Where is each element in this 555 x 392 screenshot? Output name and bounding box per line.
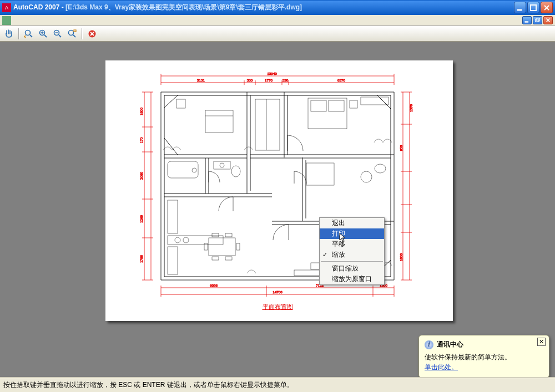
svg-text:1700: 1700	[139, 255, 144, 263]
svg-point-116	[183, 237, 189, 243]
zoom-out-tool[interactable]	[51, 27, 64, 40]
svg-line-19	[73, 35, 75, 37]
svg-rect-1	[531, 5, 536, 11]
notification-link[interactable]: 单击此处。	[425, 363, 458, 371]
svg-line-10	[30, 35, 32, 37]
svg-rect-117	[168, 247, 178, 274]
svg-rect-124	[236, 243, 240, 250]
check-icon: ✓	[322, 251, 327, 258]
notification-body: 使软件保持最新的简单方法。 单击此处。	[425, 352, 543, 372]
pan-tool[interactable]	[2, 27, 16, 40]
child-close-button[interactable]	[543, 16, 553, 24]
svg-point-112	[231, 166, 240, 177]
svg-rect-102	[306, 163, 334, 185]
zoom-previous-tool[interactable]	[22, 27, 36, 40]
svg-point-9	[26, 30, 31, 35]
svg-rect-132	[255, 99, 280, 150]
info-icon: i	[425, 340, 433, 349]
svg-rect-122	[225, 257, 232, 260]
floor-plan-drawing: 13940 5131 330 1770 330 6370 1800 170 20…	[105, 60, 453, 321]
svg-rect-107	[176, 99, 185, 108]
svg-rect-20	[74, 30, 76, 32]
minimize-button[interactable]	[514, 2, 526, 13]
zoom-in-tool[interactable]	[37, 27, 50, 40]
status-text: 按住拾取键并垂直拖动以进行缩放，按 ESC 或 ENTER 键退出，或者单击鼠标…	[3, 380, 294, 390]
svg-text:1260: 1260	[139, 215, 144, 223]
toolbar	[0, 26, 555, 42]
svg-text:2060: 2060	[139, 172, 144, 180]
svg-line-89	[164, 138, 178, 155]
notification-title-row: i 通讯中心	[425, 340, 543, 349]
context-menu: 退出 打印 平移 ✓缩放 窗口缩放 缩放为原窗口	[319, 217, 385, 285]
svg-rect-121	[212, 257, 219, 260]
svg-text:1770: 1770	[265, 78, 273, 83]
svg-rect-98	[311, 100, 326, 111]
svg-point-111	[220, 163, 224, 167]
svg-text:6370: 6370	[337, 78, 346, 83]
svg-line-88	[164, 95, 178, 108]
svg-rect-99	[329, 100, 344, 111]
menu-item-pan[interactable]: 平移	[320, 239, 384, 250]
svg-text:13940: 13940	[267, 72, 277, 76]
svg-point-103	[361, 171, 372, 182]
svg-text:330: 330	[282, 78, 289, 83]
file-path: [E:\3ds Max 9、Vray家装效果图完美空间表现\场景\第9章\套三厅…	[65, 3, 302, 11]
svg-text:5131: 5131	[197, 78, 205, 83]
menu-item-zoom-window[interactable]: 窗口缩放	[320, 263, 384, 274]
child-minimize-button[interactable]	[522, 16, 532, 24]
app-name: AutoCAD 2007	[13, 3, 59, 11]
svg-point-18	[69, 30, 74, 35]
svg-text:1800: 1800	[139, 108, 144, 116]
svg-point-109	[192, 168, 196, 172]
drawing-title: 平面布置图	[263, 303, 293, 310]
svg-point-115	[175, 237, 180, 243]
child-titlebar	[0, 15, 555, 26]
svg-text:950: 950	[399, 145, 403, 151]
svg-rect-110	[214, 161, 230, 169]
svg-text:6098: 6098	[210, 283, 218, 288]
child-window-buttons	[522, 16, 553, 24]
child-restore-button[interactable]	[533, 16, 542, 24]
window-buttons	[514, 2, 553, 13]
svg-rect-120	[225, 233, 232, 237]
app-icon: A	[2, 3, 11, 12]
menu-item-zoom[interactable]: ✓缩放	[320, 250, 384, 260]
svg-rect-101	[361, 97, 389, 105]
titlebar: A AutoCAD 2007 - [E:\3ds Max 9、Vray家装效果图…	[0, 0, 555, 15]
delete-tool[interactable]	[85, 27, 99, 40]
toolbar-separator	[18, 28, 19, 39]
svg-rect-114	[168, 236, 223, 245]
svg-rect-113	[168, 200, 178, 233]
statusbar: 按住拾取键并垂直拖动以进行缩放，按 ESC 或 ENTER 键退出，或者单击鼠标…	[0, 378, 555, 392]
svg-text:170: 170	[139, 137, 144, 143]
svg-line-12	[44, 35, 47, 37]
svg-point-104	[375, 164, 386, 173]
workspace: 13940 5131 330 1770 330 6370 1800 170 20…	[0, 42, 555, 377]
svg-text:14700: 14700	[273, 290, 282, 294]
titlebar-text: AutoCAD 2007 - [E:\3ds Max 9、Vray家装效果图完美…	[13, 3, 514, 12]
svg-rect-4	[525, 22, 528, 23]
toolbar-separator	[82, 28, 83, 39]
menu-item-zoom-original[interactable]: 缩放为原窗口	[320, 274, 384, 284]
svg-rect-100	[350, 100, 357, 108]
notification-balloon: ✕ i 通讯中心 使软件保持最新的简单方法。 单击此处。	[418, 335, 549, 377]
svg-rect-118	[209, 238, 235, 256]
svg-text:1370: 1370	[409, 104, 413, 113]
menu-item-print[interactable]: 打印	[320, 228, 384, 239]
svg-line-16	[59, 35, 61, 37]
svg-line-90	[377, 95, 391, 109]
zoom-window-tool[interactable]	[65, 27, 79, 40]
maximize-button[interactable]	[527, 2, 539, 13]
close-button[interactable]	[541, 2, 553, 13]
svg-text:330: 330	[247, 78, 253, 83]
svg-rect-0	[517, 9, 522, 11]
notification-close-button[interactable]: ✕	[537, 338, 546, 346]
notification-title: 通讯中心	[437, 340, 463, 349]
drawing-paper[interactable]: 13940 5131 330 1770 330 6370 1800 170 20…	[105, 60, 453, 321]
svg-rect-97	[308, 98, 347, 129]
menu-item-exit[interactable]: 退出	[320, 218, 384, 228]
menu-separator	[321, 261, 383, 262]
svg-rect-105	[205, 110, 233, 133]
svg-rect-119	[212, 233, 219, 237]
svg-rect-108	[168, 161, 198, 178]
